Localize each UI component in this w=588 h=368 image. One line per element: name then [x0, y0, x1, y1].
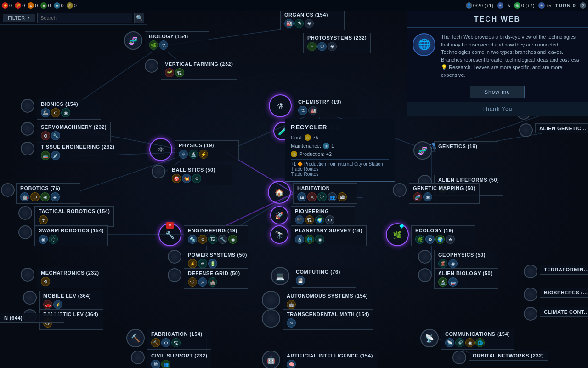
ps-icon3b: 🔋 — [208, 259, 217, 268]
planetary-survey-box[interactable]: PLANETARY SURVEY (16) 🔬 🌐 ◉ — [291, 225, 367, 246]
top-bar-right: 👤 0/20 (+1) + +5 ◉ 0 (+4) + +5 TURN 0 ? — [466, 2, 586, 9]
ecology-box[interactable]: ECOLOGY (19) 🌿 ♻ 🌍 ☘ — [411, 225, 475, 246]
show-me-button[interactable]: Show me — [470, 86, 525, 98]
mech-icon1: ⚙ — [41, 277, 50, 286]
filter-button[interactable]: FILTER ▼ — [3, 14, 35, 22]
fabrication-box[interactable]: FABRICATION (154) 🔨 ⚙ 🏗 — [147, 329, 211, 350]
pioneering-box[interactable]: PIONEERING 🏴 🏗 🌍 ⚙ — [291, 206, 355, 227]
computing-icons: 💾 — [296, 276, 352, 285]
civil-support-box[interactable]: CIVIL SUPPORT (232) 🏛 👥 — [147, 351, 211, 368]
climate-control-box[interactable]: CLIMATE CONT... — [540, 307, 588, 317]
power-systems-label: POWER SYSTEMS (50) — [188, 252, 247, 258]
autonomous-systems-icons: 🤖 — [287, 300, 368, 309]
eng-icon1: 🔩 — [188, 235, 197, 244]
defense-grid-box[interactable]: DEFENSE GRID (50) 🛡 ⚔ 🏰 — [184, 268, 248, 289]
top-bar: ⚡ 0 🌾 0 ▲ 0 ◆ 0 ★ 0 ◎ 0 👤 0/20 (+1) + +5… — [0, 0, 588, 11]
search-button[interactable]: 🔍 — [134, 13, 144, 23]
ballistics-box[interactable]: BALLISTICS (50) 🎯 💥 ⚙ — [168, 165, 232, 185]
eco-icon2: ♻ — [425, 235, 435, 244]
photosystems-icon1: ☀ — [307, 42, 317, 51]
ballistics-icon1: 🎯 — [172, 174, 181, 183]
defense-grid-icons: 🛡 ⚔ 🏰 — [188, 277, 244, 287]
fabrication-icons: 🔨 ⚙ 🏗 — [151, 338, 207, 347]
communications-circle: 📡 — [420, 329, 439, 347]
photosystems-box[interactable]: PHOTOSYSTEMS (232) ☀ ⬡ ◉ — [303, 33, 371, 53]
biospheres-box[interactable]: BIOSPHERES (...) — [540, 288, 588, 298]
geo-icon2: ◉ — [448, 259, 458, 268]
communications-icons: 📡 🔗 ◉ 🌐 — [445, 338, 510, 347]
pio-icon4: ⚙ — [325, 215, 334, 224]
photosystems-node[interactable]: PHOTOSYSTEMS (232) ☀ ⬡ ◉ — [303, 36, 317, 50]
pio-icon1: 🏴 — [295, 215, 304, 224]
organics-node[interactable]: ORGANICS (154) 🏭 ⚗ ◉ — [280, 13, 294, 27]
robotics-icon1: 🤖 — [20, 192, 29, 201]
physics-box[interactable]: PHYSICS (19) ⚛ 🔬 ⚡ — [175, 140, 239, 161]
culture-icon: ◉ — [514, 2, 520, 9]
partial-node-left-box[interactable]: N (644) — [0, 313, 64, 323]
defense-grid-circle — [168, 268, 181, 282]
planetary-survey-icons: 🔬 🌐 ◉ — [295, 235, 362, 244]
computing-box[interactable]: COMPUTING (76) 💾 — [292, 267, 356, 288]
tech-web-description: The Tech Web provides a birds-eye view o… — [441, 33, 582, 79]
minerals-resource: ◆ 0 — [40, 2, 51, 9]
power-systems-circle — [168, 250, 181, 264]
geophysics-box[interactable]: GEOPHYSICS (50) 🌋 ◉ — [434, 250, 498, 270]
turn-label: TURN 0 — [555, 3, 576, 8]
ballistics-icons: 🎯 💥 ⚙ — [172, 174, 228, 183]
alien-biology-box[interactable]: ALIEN BIOLOGY (50) 🔬 🧫 — [434, 268, 498, 289]
swarm-robotics-box[interactable]: SWARM ROBOTICS (154) ◉ ⬡ — [34, 225, 108, 246]
comp-icon1: 💾 — [296, 276, 305, 285]
vertical-farming-label: VERTICAL FARMING (232) — [165, 61, 233, 67]
chemistry-box[interactable]: CHEMISTRY (19) ⚗ 🏭 — [294, 97, 358, 117]
alien-genetics-box[interactable]: ALIEN GENETIC... — [535, 123, 588, 133]
help-icon[interactable]: ? — [580, 2, 586, 9]
mechatronics-box[interactable]: MECHATRONICS (232) ⚙ — [37, 268, 103, 288]
terraforming-box[interactable]: TERRAFORMIN... — [540, 264, 588, 275]
computing-label: COMPUTING (76) — [296, 269, 352, 275]
tissue-engineering-box[interactable]: TISSUE ENGINEERING (232) 🧫 💉 — [37, 142, 119, 162]
robotics-box[interactable]: ROBOTICS (76) 🤖 ⚙ ◉ ◈ — [16, 183, 80, 204]
transcendental-math-box[interactable]: TRANSCENDENTAL MATH (154) ∞ — [283, 309, 373, 330]
transcendental-math-circle — [262, 309, 280, 328]
alien-genetics-circle — [519, 123, 533, 137]
tactical-robotics-circle — [18, 206, 32, 220]
habitation-box[interactable]: HABITATION 🏘 ⚔ 🛡 👥 🏙 — [293, 183, 357, 204]
orbital-networks-box[interactable]: ORBITAL NETWORKS (232) — [469, 351, 548, 361]
organics-box[interactable]: ORGANICS (154) 🏭 ⚗ ◉ — [280, 10, 345, 30]
planetary-survey-circle: 🔭 — [270, 225, 288, 244]
thank-you-button[interactable]: Thank You — [407, 102, 588, 116]
search-input[interactable] — [37, 13, 132, 23]
engineering-box[interactable]: ENGINEERING (19) 🔩 ⚙ 🏗 🔧 ◉ — [184, 225, 248, 246]
mobile-lev-label: MOBILE LEV (364) — [43, 293, 99, 299]
orbital-networks-label: ORBITAL NETWORKS (232) — [473, 353, 544, 358]
genetic-mapping-box[interactable]: GENETIC MAPPING (50) 🧬 ◉ — [409, 183, 480, 204]
ml-icon1: 🚗 — [43, 300, 52, 309]
autonomous-systems-box[interactable]: AUTONOMOUS SYSTEMS (154) 🤖 — [283, 291, 372, 311]
ps-icon2: 🌐 — [305, 235, 314, 244]
filter-bar: FILTER ▼ 🔍 — [0, 11, 147, 25]
alien-lifeforms-label: ALIEN LIFEFORMS (50) — [438, 177, 499, 183]
chemistry-icons: ⚗ 🏭 — [298, 106, 354, 115]
tactical-robotics-box[interactable]: TACTICAL ROBOTICS (154) 🗡 — [34, 206, 114, 227]
ai-box[interactable]: ARTIFICIAL INTELLIGENCE (154) 🧠 — [283, 351, 377, 368]
servomachinery-box[interactable]: SERVOMACHINERY (232) ⚙ 🔧 — [37, 122, 111, 143]
planetary-survey-label: PLANETARY SURVEY (16) — [295, 228, 362, 233]
alien-biology-circle — [418, 268, 432, 282]
communications-box[interactable]: COMMUNICATIONS (154) 📡 🔗 ◉ 🌐 — [441, 329, 514, 350]
civil-support-label: CIVIL SUPPORT (232) — [151, 353, 207, 358]
recycler-production-row: ◎ Production: +2 — [291, 151, 389, 157]
genetics-box[interactable]: GENETICS (19) — [434, 141, 498, 151]
science2-icon: + — [538, 2, 545, 9]
genetic-mapping-icons: 🧬 ◉ — [413, 192, 475, 201]
power-systems-box[interactable]: POWER SYSTEMS (50) ⚡ ☢ 🔋 — [184, 250, 251, 270]
ps-icon1b: ⚡ — [188, 259, 197, 268]
tissue-icon1: 🧫 — [41, 151, 50, 160]
energy-icon: ⚡ — [2, 2, 8, 9]
chem-icon1: ⚗ — [298, 106, 307, 115]
vertical-farming-box[interactable]: VERTICAL FARMING (232) 🌱 🏗 — [161, 59, 237, 80]
biology-box[interactable]: BIOLOGY (154) 🌿 ⚗ — [145, 31, 209, 52]
tech-web-panel: TECH WEB 🌐 The Tech Web provides a birds… — [407, 11, 588, 116]
bionics-box[interactable]: BIONICS (154) 🦾 ⚙ ◉ — [37, 99, 101, 120]
mobile-lev-box[interactable]: MOBILE LEV (364) 🚗 ⚡ — [39, 291, 103, 311]
robotics-icon3: ◉ — [40, 192, 50, 201]
